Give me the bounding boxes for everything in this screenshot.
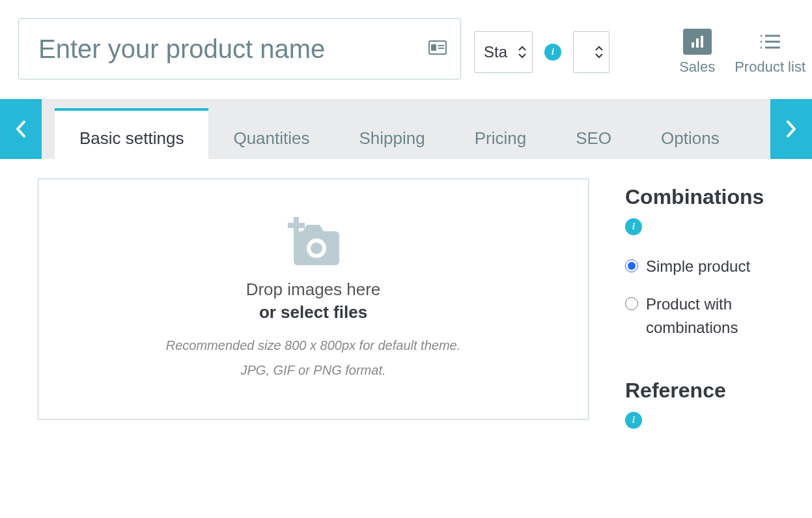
info-icon[interactable]: i xyxy=(625,412,642,429)
dropzone-hint2: JPG, GIF or PNG format. xyxy=(240,358,385,382)
product-type-value: Sta xyxy=(484,43,507,61)
dropzone-hint1: Recommended size 800 x 800px for default… xyxy=(166,333,460,358)
svg-rect-2 xyxy=(438,45,444,46)
main-content: Drop images here or select files Recomme… xyxy=(0,159,812,468)
product-type-select[interactable]: Sta xyxy=(474,31,533,73)
combinations-radios: Simple product Product with combinations xyxy=(625,255,794,339)
list-icon xyxy=(756,29,785,55)
info-icon[interactable]: i xyxy=(544,44,561,61)
svg-rect-4 xyxy=(692,42,694,48)
radio-input[interactable] xyxy=(625,259,638,272)
tab-label: Basic settings xyxy=(79,128,184,149)
tab-options[interactable]: Options xyxy=(636,117,744,159)
header-nav-icons: Sales Product list xyxy=(679,29,812,76)
tab-label: Shipping xyxy=(359,128,425,149)
product-name-wrap xyxy=(18,18,461,79)
svg-rect-3 xyxy=(438,48,444,49)
sales-label: Sales xyxy=(679,59,715,76)
tabs-container: Basic settings Quantities Shipping Prici… xyxy=(42,117,770,159)
radio-product-with-combinations[interactable]: Product with combinations xyxy=(625,293,794,339)
product-list-label: Product list xyxy=(735,59,805,76)
reference-section: Reference i xyxy=(625,379,794,429)
product-type-select-wrap: Sta xyxy=(474,31,533,73)
reference-title: Reference xyxy=(625,379,794,403)
product-name-input[interactable] xyxy=(18,18,461,79)
dropzone-line1: Drop images here xyxy=(246,280,381,300)
tab-label: Pricing xyxy=(475,128,526,149)
svg-rect-5 xyxy=(696,38,699,48)
id-card-icon xyxy=(428,40,447,57)
radio-label: Product with combinations xyxy=(646,293,794,339)
camera-plus-icon xyxy=(282,216,344,273)
secondary-select-wrap xyxy=(573,31,609,73)
tabs-next-button[interactable] xyxy=(770,99,812,159)
svg-rect-17 xyxy=(288,223,305,228)
tab-shipping[interactable]: Shipping xyxy=(334,117,449,159)
combinations-section: Combinations i Simple product Product wi… xyxy=(625,185,794,339)
tab-basic-settings[interactable]: Basic settings xyxy=(55,108,208,159)
tabs-prev-button[interactable] xyxy=(0,99,42,159)
header-bar: Sta i S xyxy=(0,0,812,99)
svg-rect-6 xyxy=(701,36,703,48)
tab-quantities[interactable]: Quantities xyxy=(208,117,334,159)
combinations-title: Combinations xyxy=(625,185,794,209)
svg-rect-1 xyxy=(431,44,436,51)
tab-pricing[interactable]: Pricing xyxy=(450,117,551,159)
radio-simple-product[interactable]: Simple product xyxy=(625,255,794,278)
radio-input[interactable] xyxy=(625,297,638,310)
bar-chart-icon xyxy=(683,29,712,55)
right-sidebar: Combinations i Simple product Product wi… xyxy=(625,179,794,468)
tab-seo[interactable]: SEO xyxy=(551,117,636,159)
secondary-select[interactable] xyxy=(573,31,609,73)
tab-strip: Basic settings Quantities Shipping Prici… xyxy=(0,99,812,159)
info-icon[interactable]: i xyxy=(625,218,642,235)
product-list-button[interactable]: Product list xyxy=(735,29,805,76)
sales-button[interactable]: Sales xyxy=(679,29,715,76)
header-right: Sta i S xyxy=(474,18,812,76)
image-dropzone[interactable]: Drop images here or select files Recomme… xyxy=(38,179,589,420)
tab-label: Options xyxy=(661,128,720,149)
dropzone-line2: or select files xyxy=(259,302,367,323)
radio-label: Simple product xyxy=(646,255,750,278)
tab-label: Quantities xyxy=(233,128,309,149)
tab-label: SEO xyxy=(576,128,611,149)
svg-point-15 xyxy=(311,242,322,254)
